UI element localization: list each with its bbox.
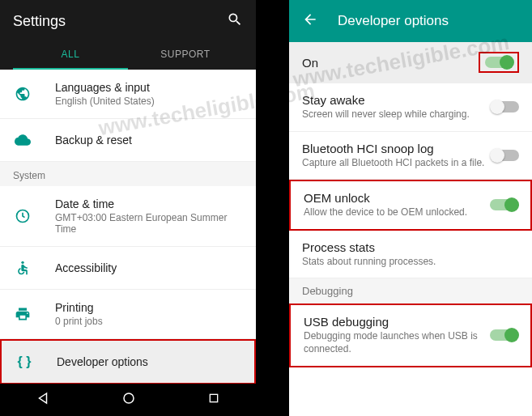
item-title: USB debugging bbox=[304, 315, 490, 329]
item-sub: GMT+03:00 Eastern European Summer Time bbox=[55, 212, 243, 235]
item-developer-options[interactable]: { } Developer options bbox=[0, 339, 256, 384]
item-sub: Allow the device to be OEM unlocked. bbox=[304, 206, 490, 219]
item-sub: English (United States) bbox=[55, 96, 243, 107]
accessibility-icon bbox=[13, 258, 32, 278]
dev-master-toggle[interactable]: On bbox=[289, 42, 532, 83]
on-label: On bbox=[302, 56, 479, 70]
recent-icon[interactable] bbox=[207, 392, 220, 408]
item-stay-awake[interactable]: Stay awake Screen will never sleep while… bbox=[289, 83, 532, 132]
dev-list: On Stay awake Screen will never sleep wh… bbox=[289, 42, 532, 416]
toggle-usb[interactable] bbox=[490, 329, 517, 341]
item-title: Stay awake bbox=[302, 93, 492, 107]
dev-header: Developer options bbox=[289, 0, 532, 42]
back-arrow-icon[interactable] bbox=[302, 11, 318, 31]
tab-support[interactable]: SUPPORT bbox=[128, 40, 243, 70]
back-icon[interactable] bbox=[36, 391, 50, 409]
developer-options-screen: Developer options On Stay awake Screen w… bbox=[289, 0, 532, 416]
item-accessibility[interactable]: Accessibility bbox=[0, 247, 256, 290]
cloud-icon bbox=[13, 130, 32, 150]
svg-rect-6 bbox=[210, 394, 217, 401]
svg-point-5 bbox=[124, 393, 134, 403]
item-oem-unlock[interactable]: OEM unlock Allow the device to be OEM un… bbox=[289, 180, 532, 231]
toggle-stay-awake[interactable] bbox=[492, 101, 519, 112]
item-sub: 0 print jobs bbox=[55, 316, 243, 327]
item-title: Date & time bbox=[55, 197, 243, 210]
settings-list: Languages & input English (United States… bbox=[0, 70, 256, 384]
item-process-stats[interactable]: Process stats Stats about running proces… bbox=[289, 231, 532, 279]
item-usb-debugging[interactable]: USB debugging Debugging mode launches wh… bbox=[289, 304, 532, 367]
settings-header: Settings ALL SUPPORT bbox=[0, 0, 256, 70]
item-title: Developer options bbox=[57, 355, 241, 368]
item-backup[interactable]: Backup & reset bbox=[0, 119, 256, 162]
settings-screen: Settings ALL SUPPORT Languages & input E… bbox=[0, 0, 256, 416]
svg-point-1 bbox=[21, 261, 23, 264]
item-title: Printing bbox=[55, 301, 243, 314]
item-hci-snoop[interactable]: Bluetooth HCI snoop log Capture all Blue… bbox=[289, 132, 532, 180]
dev-title: Developer options bbox=[338, 13, 449, 29]
item-title: Bluetooth HCI snoop log bbox=[302, 142, 492, 155]
item-sub: Stats about running processes. bbox=[302, 256, 519, 269]
tab-all[interactable]: ALL bbox=[13, 40, 128, 70]
toggle-hci[interactable] bbox=[492, 150, 519, 161]
item-sub: Capture all Bluetooth HCI packets in a f… bbox=[302, 157, 492, 170]
search-icon[interactable] bbox=[227, 11, 243, 31]
item-sub: Screen will never sleep while charging. bbox=[302, 108, 492, 121]
globe-icon bbox=[13, 84, 32, 104]
item-title: OEM unlock bbox=[304, 191, 490, 205]
item-title: Accessibility bbox=[55, 261, 243, 274]
item-languages[interactable]: Languages & input English (United States… bbox=[0, 70, 256, 119]
item-sub: Debugging mode launches when USB is conn… bbox=[304, 330, 490, 355]
section-system: System bbox=[0, 162, 256, 186]
item-datetime[interactable]: Date & time GMT+03:00 Eastern European S… bbox=[0, 186, 256, 247]
braces-icon: { } bbox=[15, 352, 34, 371]
tabs: ALL SUPPORT bbox=[13, 40, 243, 70]
clock-icon bbox=[13, 206, 32, 226]
android-navbar bbox=[0, 384, 256, 416]
toggle-oem[interactable] bbox=[490, 199, 517, 210]
section-debugging: Debugging bbox=[289, 278, 532, 304]
home-icon[interactable] bbox=[121, 391, 136, 409]
item-title: Backup & reset bbox=[55, 134, 243, 146]
toggle-on[interactable] bbox=[485, 57, 513, 68]
item-title: Process stats bbox=[302, 240, 519, 254]
settings-title: Settings bbox=[13, 13, 66, 30]
printer-icon bbox=[13, 304, 32, 324]
item-printing[interactable]: Printing 0 print jobs bbox=[0, 290, 256, 339]
item-title: Languages & input bbox=[55, 81, 243, 94]
